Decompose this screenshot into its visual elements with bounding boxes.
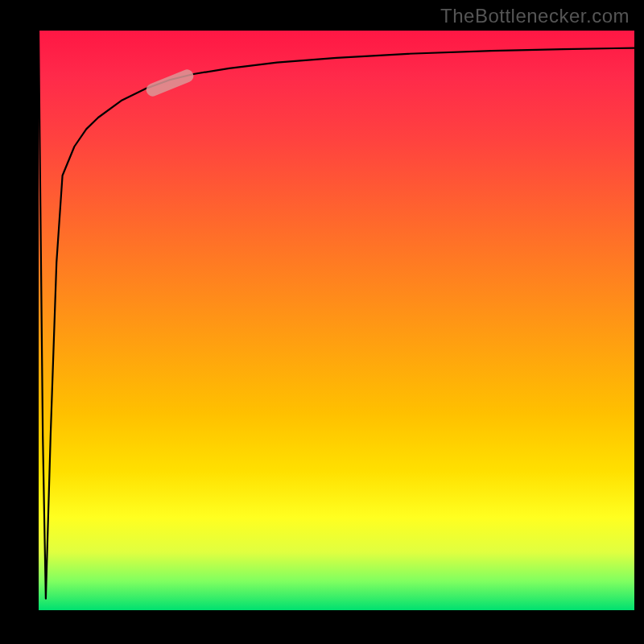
highlight-marker <box>144 68 195 98</box>
chart-plot-area <box>39 31 634 610</box>
bottleneck-curve <box>39 31 634 610</box>
attribution-text: TheBottlenecker.com <box>440 5 630 27</box>
